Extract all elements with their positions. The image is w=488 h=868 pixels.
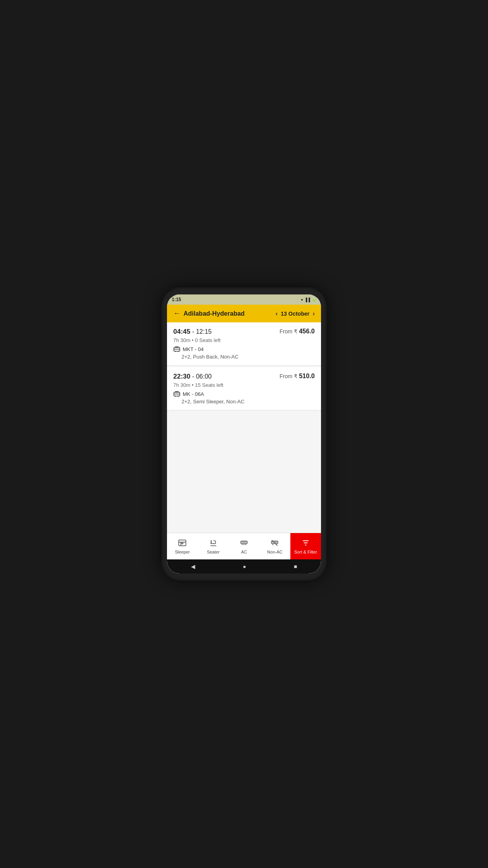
price-label-2: From [280,373,294,379]
nav-sort-filter[interactable]: Sort & Filter [290,533,321,559]
seater-label: Seater [207,550,219,554]
app-header: ← Adilabad-Hyderabad ‹ 13 October › [167,305,321,322]
bus-icon-2 [173,390,180,398]
seats-left-1: 0 Seats left [195,337,220,343]
bus-info-row-2: MK - 06A [173,390,315,398]
depart-time-1: 04:45 [173,328,190,335]
sort-filter-label: Sort & Filter [294,550,317,554]
duration-2: 7h 30m [173,382,190,388]
bus-price-2: From ₹ 510.0 [280,373,315,380]
bus-icon-1 [173,346,180,353]
bottom-nav: Sleeper Seater [167,533,321,559]
rupee-symbol-1: ₹ [294,328,297,335]
arrive-time-2: 06:00 [196,373,212,380]
bus-meta-1: 7h 30m • 0 Seats left [173,337,315,343]
time-separator-1: - [192,328,196,335]
ac-label: AC [241,550,247,554]
price-amount-2: 510.0 [299,373,315,379]
bus-info-row-1: MKT - 04 [173,346,315,353]
svg-point-1 [175,351,176,351]
next-date-button[interactable]: › [313,310,315,317]
bus-card-2[interactable]: 22:30 - 06:00 From ₹ 510.0 7h 30m • 15 S… [167,367,321,410]
nav-ac[interactable]: AC [229,533,259,559]
nav-nonac[interactable]: Non-AC [259,533,290,559]
bus-type-2: 2+2, Semi Sleeper, Non-AC [182,399,315,405]
status-icons: ▾ ▐▐ 🔋 [301,298,316,302]
depart-time-2: 22:30 [173,373,190,380]
status-time: 1:15 [172,297,181,302]
bus-list: 04:45 - 12:15 From ₹ 456.0 7h 30m • 0 Se… [167,322,321,533]
bus-meta-2: 7h 30m • 15 Seats left [173,382,315,388]
signal-icon: ▐▐ [305,298,310,302]
bus-name-2: MK - 06A [183,391,204,397]
nonac-label: Non-AC [267,550,283,554]
bus-time-range-1: 04:45 - 12:15 [173,328,212,336]
route-title: Adilabad-Hyderabad [183,310,245,317]
bus-price-1: From ₹ 456.0 [280,328,315,335]
filter-icon [301,539,310,548]
battery-icon: 🔋 [312,298,316,302]
ac-icon [240,539,248,548]
price-label-1: From [280,328,294,335]
status-bar: 1:15 ▾ ▐▐ 🔋 [167,294,321,305]
wifi-icon: ▾ [301,298,303,302]
phone-frame: 1:15 ▾ ▐▐ 🔋 ← Adilabad-Hyderabad ‹ 13 Oc… [161,287,327,581]
svg-point-2 [178,351,179,351]
svg-point-4 [175,395,176,396]
bus-card-1[interactable]: 04:45 - 12:15 From ₹ 456.0 7h 30m • 0 Se… [167,322,321,366]
bus-time-range-2: 22:30 - 06:00 [173,373,212,381]
rupee-symbol-2: ₹ [294,373,297,379]
duration-1: 7h 30m [173,337,190,343]
phone-screen: 1:15 ▾ ▐▐ 🔋 ← Adilabad-Hyderabad ‹ 13 Oc… [167,294,321,574]
arrive-time-1: 12:15 [196,328,212,335]
svg-point-5 [178,395,179,396]
time-separator-2: - [192,373,196,380]
back-button[interactable]: ← [173,309,180,318]
seater-icon [209,539,218,548]
nav-sleeper[interactable]: Sleeper [167,533,198,559]
nav-seater[interactable]: Seater [198,533,228,559]
android-nav-bar: ◀ ● ■ [167,559,321,574]
price-amount-1: 456.0 [299,328,315,335]
prev-date-button[interactable]: ‹ [275,310,277,317]
header-left: ← Adilabad-Hyderabad [173,309,245,318]
empty-space [167,412,321,530]
bus-card-row-time-price-2: 22:30 - 06:00 From ₹ 510.0 [173,373,315,381]
nonac-icon [270,539,279,548]
bus-name-1: MKT - 04 [183,346,204,352]
bus-type-1: 2+2, Push Back, Non-AC [182,354,315,360]
android-back-button[interactable]: ◀ [191,563,195,570]
date-navigation: ‹ 13 October › [275,310,315,317]
android-recent-button[interactable]: ■ [294,563,297,570]
svg-rect-9 [182,543,183,544]
seats-left-2: 15 Seats left [195,382,223,388]
meta-dot-1: • [192,337,195,343]
sleeper-label: Sleeper [175,550,190,554]
android-home-button[interactable]: ● [243,563,246,570]
sleeper-icon [178,539,187,548]
current-date: 13 October [281,311,310,317]
bus-card-row-time-price: 04:45 - 12:15 From ₹ 456.0 [173,328,315,336]
meta-dot-2: • [192,382,195,388]
